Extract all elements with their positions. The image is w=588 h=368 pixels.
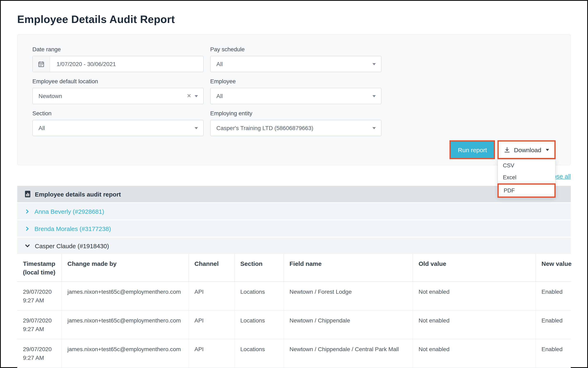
cell-old-value: Not enabled (413, 310, 535, 339)
chevron-right-icon (25, 209, 29, 213)
pay-schedule-value: All (211, 61, 223, 67)
section-value: All (33, 125, 45, 131)
employing-entity-value: Casper's Training LTD (58606879663) (211, 125, 313, 131)
run-report-button[interactable]: Run report (451, 142, 494, 158)
chevron-down-icon (372, 95, 376, 97)
page-title: Employee Details Audit Report (17, 1, 571, 26)
field-date-range: Date range 1/07/2020 - 30/06/2021 (32, 46, 204, 72)
chevron-down-icon (195, 95, 198, 97)
field-employing-entity: Employing entity Casper's Training LTD (… (210, 110, 381, 136)
employee-group-anna-beverly[interactable]: Anna Beverly (#2928681) (17, 203, 571, 220)
chevron-right-icon (25, 226, 29, 231)
download-menu-item-excel[interactable]: Excel (498, 172, 555, 183)
report-document-icon (25, 191, 30, 197)
employee-select[interactable]: All (210, 88, 381, 104)
employee-group-casper-claude[interactable]: Casper Claude (#1918430) (17, 238, 571, 254)
cell-new-value: Enabled (535, 282, 571, 310)
filter-actions: Run report Download CSV Excel PDF (32, 140, 556, 159)
date-range-value: 1/07/2020 - 30/06/2021 (50, 61, 116, 67)
clear-icon[interactable]: × (187, 92, 191, 99)
download-highlight-box: Download CSV Excel PDF (498, 140, 556, 159)
chevron-down-icon (372, 127, 376, 129)
field-employee-default-location: Employee default location Newtown × (32, 78, 204, 104)
chevron-down-icon (372, 63, 376, 65)
employee-group-brenda-morales[interactable]: Brenda Morales (#3177238) (17, 220, 571, 237)
download-button-label: Download (514, 146, 541, 153)
report-section: Employee details audit report Anna Bever… (17, 186, 571, 368)
cell-section: Locations (234, 310, 284, 339)
cell-change-made-by: james.nixon+test65c@employmenthero.com (61, 339, 188, 368)
filter-grid: Date range 1/07/2020 - 30/06/2021 Pay sc… (32, 46, 556, 136)
cell-new-value: Enabled (535, 339, 571, 368)
collapse-all-row: Collapse all (17, 173, 571, 180)
employing-entity-select[interactable]: Casper's Training LTD (58606879663) (210, 120, 381, 136)
report-header-bar: Employee details audit report (17, 186, 571, 202)
employing-entity-label: Employing entity (210, 110, 381, 117)
report-header-title: Employee details audit report (35, 191, 121, 198)
pay-schedule-label: Pay schedule (210, 46, 381, 53)
employee-default-location-value: Newtown (33, 93, 62, 99)
employee-default-location-label: Employee default location (32, 78, 204, 84)
date-range-input[interactable]: 1/07/2020 - 30/06/2021 (32, 56, 204, 72)
field-pay-schedule: Pay schedule All (210, 46, 381, 72)
cell-field-name: Newtown / Forest Lodge (284, 282, 413, 310)
caret-down-icon (546, 149, 549, 151)
employee-value: All (211, 93, 223, 99)
col-header-channel: Channel (188, 254, 234, 282)
cell-section: Locations (234, 339, 284, 368)
audit-table: Timestamp (local time) Change made by Ch… (17, 254, 571, 368)
cell-field-name: Newtown / Chippendale / Central Park Mal… (284, 339, 413, 368)
chevron-down-icon (195, 127, 198, 129)
cell-timestamp: 29/07/2020 9:27 AM (17, 310, 61, 339)
pay-schedule-select[interactable]: All (210, 56, 381, 72)
cell-channel: API (188, 310, 234, 339)
date-range-label: Date range (32, 46, 204, 53)
download-icon (504, 147, 510, 153)
table-row: 29/07/2020 9:27 AM james.nixon+test65c@e… (17, 282, 571, 310)
cell-channel: API (188, 282, 234, 310)
cell-old-value: Not enabled (413, 282, 535, 310)
cell-change-made-by: james.nixon+test65c@employmenthero.com (61, 282, 188, 310)
employee-label: Employee (210, 78, 381, 84)
col-header-timestamp: Timestamp (local time) (17, 254, 61, 282)
col-header-section: Section (234, 254, 284, 282)
calendar-icon (33, 56, 50, 72)
cell-section: Locations (234, 282, 284, 310)
employee-group-label: Casper Claude (#1918430) (35, 242, 109, 249)
employee-default-location-select[interactable]: Newtown × (32, 88, 204, 104)
cell-old-value: Not enabled (413, 339, 535, 368)
section-label: Section (32, 110, 204, 117)
chevron-down-icon (25, 243, 30, 248)
cell-change-made-by: james.nixon+test65c@employmenthero.com (61, 310, 188, 339)
col-header-change-made-by: Change made by (61, 254, 188, 282)
download-menu-item-csv[interactable]: CSV (498, 160, 555, 172)
employee-group-label: Anna Beverly (#2928681) (35, 208, 104, 215)
cell-timestamp: 29/07/2020 9:27 AM (17, 282, 61, 310)
cell-timestamp: 29/07/2020 9:27 AM (17, 339, 61, 368)
download-button[interactable]: Download (499, 142, 554, 158)
employee-group-label: Brenda Morales (#3177238) (35, 225, 111, 232)
run-report-highlight-box: Run report (450, 140, 495, 159)
section-select[interactable]: All (32, 120, 204, 136)
cell-field-name: Newtown / Chippendale (284, 310, 413, 339)
audit-report-page: Employee Details Audit Report Date range… (1, 1, 587, 368)
table-row: 29/07/2020 9:27 AM james.nixon+test65c@e… (17, 310, 571, 339)
col-header-field-name: Field name (284, 254, 413, 282)
screenshot-frame: Employee Details Audit Report Date range… (0, 0, 588, 368)
filter-panel: Date range 1/07/2020 - 30/06/2021 Pay sc… (17, 34, 571, 165)
field-employee: Employee All (210, 78, 381, 104)
col-header-old-value: Old value (413, 254, 535, 282)
download-menu: CSV Excel PDF (498, 159, 556, 198)
download-menu-item-pdf[interactable]: PDF (498, 183, 556, 198)
cell-channel: API (188, 339, 234, 368)
table-header-row: Timestamp (local time) Change made by Ch… (17, 254, 571, 282)
col-header-new-value: New value (535, 254, 571, 282)
field-section: Section All (32, 110, 204, 136)
cell-new-value: Enabled (535, 310, 571, 339)
table-row: 29/07/2020 9:27 AM james.nixon+test65c@e… (17, 339, 571, 368)
